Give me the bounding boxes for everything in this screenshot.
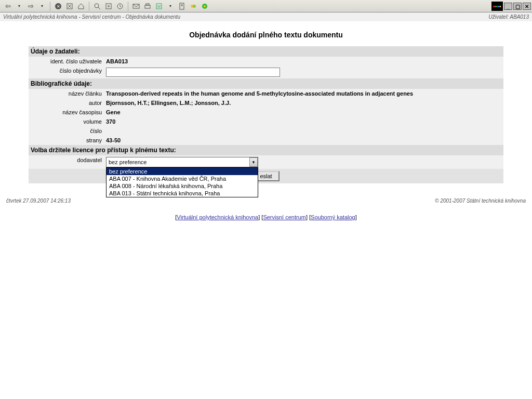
label-pages: strany — [29, 136, 104, 145]
section-biblio: Bibliografické údaje: — [29, 78, 503, 89]
value-volume: 370 — [104, 117, 503, 126]
svg-rect-10 — [146, 4, 149, 5]
label-author: autor — [29, 98, 104, 108]
supplier-selected-text: bez preference — [109, 159, 147, 165]
supplier-option[interactable]: ABA 008 - Národní lékařská knihovna, Pra… — [107, 182, 258, 190]
forward-icon[interactable]: ⇨ — [26, 2, 35, 11]
breadcrumb-bar: Virtuální polytechnická knihovna - Servi… — [0, 12, 532, 21]
refresh-icon[interactable] — [65, 2, 74, 11]
supplier-option[interactable]: ABA 007 - Knihovna Akademie věd ČR, Prah… — [107, 175, 258, 182]
svg-line-4 — [98, 7, 100, 9]
footer-links: [Virtuální polytechnická knihovna] [Serv… — [0, 206, 532, 229]
user-label: Uživatel: ABA013 — [489, 14, 529, 20]
svg-rect-13 — [180, 3, 184, 9]
label-supplier: dodavatel — [29, 155, 104, 169]
link-sk[interactable]: Souborný katalog — [311, 214, 355, 220]
home-icon[interactable] — [76, 2, 86, 11]
section-licence: Volba držitele licence pro přístup k pln… — [29, 145, 503, 155]
print-icon[interactable] — [143, 2, 152, 11]
edit-icon[interactable]: W — [154, 2, 164, 11]
label-volume: volume — [29, 117, 104, 126]
chevron-down-icon[interactable]: ▼ — [249, 157, 258, 167]
windows-logo-icon: ▪▪▪▪ — [491, 2, 503, 11]
browser-toolbar: ⇦ ▾ ⇨ ▾ ✕ W ▾ ▪▪▪▪ _ ▢ ✕ — [0, 0, 532, 12]
page-title: Objednávka dodání plného textu dokumentu — [0, 21, 532, 46]
order-form: Údaje o žadateli: ident. číslo uživatele… — [29, 46, 503, 183]
order-no-input[interactable] — [106, 68, 280, 77]
edit-menu-icon[interactable]: ▾ — [166, 2, 175, 11]
footer-timestamp: čtvrtek 27.09.2007 14:26:13 — [6, 198, 71, 204]
svg-point-3 — [95, 4, 99, 8]
value-author: Bjornsson, H.T.; Ellingsen, L.M.; Jonsso… — [104, 98, 503, 108]
forward-menu-icon[interactable]: ▾ — [37, 2, 47, 11]
supplier-option[interactable]: bez preference — [107, 168, 258, 175]
value-ident: ABA013 — [104, 57, 503, 66]
svg-point-6 — [108, 5, 110, 7]
link-sc[interactable]: Servisní centrum — [263, 214, 306, 220]
page-icon[interactable] — [177, 2, 187, 11]
favorites-icon[interactable] — [104, 2, 113, 11]
footer-bar: čtvrtek 27.09.2007 14:26:13 © 2001-2007 … — [0, 196, 532, 206]
label-ident: ident. číslo uživatele — [29, 57, 104, 66]
icq-icon[interactable] — [200, 2, 209, 11]
svg-text:✕: ✕ — [57, 4, 60, 9]
value-pages: 43-50 — [104, 136, 503, 145]
supplier-dropdown: bez preference ABA 007 - Knihovna Akadem… — [106, 167, 258, 197]
footer-copyright: © 2001-2007 Státní technická knihovna — [435, 198, 526, 204]
link-vpk[interactable]: Virtuální polytechnická knihovna — [177, 214, 258, 220]
close-button[interactable]: ✕ — [523, 3, 531, 10]
label-order-no: číslo objednávky — [29, 66, 104, 78]
svg-point-19 — [204, 5, 206, 7]
label-issue: číslo — [29, 126, 104, 136]
supplier-select[interactable]: bez preference ▼ bez preference ABA 007 … — [106, 157, 258, 167]
label-journal: název časopisu — [29, 108, 104, 117]
value-issue — [104, 126, 503, 136]
back-icon[interactable]: ⇦ — [3, 2, 12, 11]
window-controls: ▪▪▪▪ _ ▢ ✕ — [491, 0, 531, 12]
section-requester: Údaje o žadateli: — [29, 46, 503, 57]
history-icon[interactable] — [115, 2, 125, 11]
back-menu-icon[interactable]: ▾ — [15, 2, 24, 11]
value-article-title: Transposon-derived repeats in the human … — [104, 89, 503, 98]
svg-rect-9 — [145, 5, 150, 8]
label-article-title: název článku — [29, 89, 104, 98]
search-icon[interactable] — [92, 2, 102, 11]
page-content: Virtuální polytechnická knihovna - Servi… — [0, 12, 532, 229]
stop-icon[interactable]: ✕ — [54, 2, 63, 11]
mail-icon[interactable] — [131, 2, 141, 11]
maximize-button[interactable]: ▢ — [513, 3, 522, 10]
value-journal: Gene — [104, 108, 503, 117]
minimize-button[interactable]: _ — [504, 3, 512, 10]
messenger-icon[interactable] — [189, 2, 198, 11]
supplier-option[interactable]: ABA 013 - Státní technická knihovna, Pra… — [107, 190, 258, 197]
breadcrumb: Virtuální polytechnická knihovna - Servi… — [3, 14, 180, 20]
svg-text:W: W — [157, 5, 161, 8]
svg-point-17 — [193, 5, 196, 8]
